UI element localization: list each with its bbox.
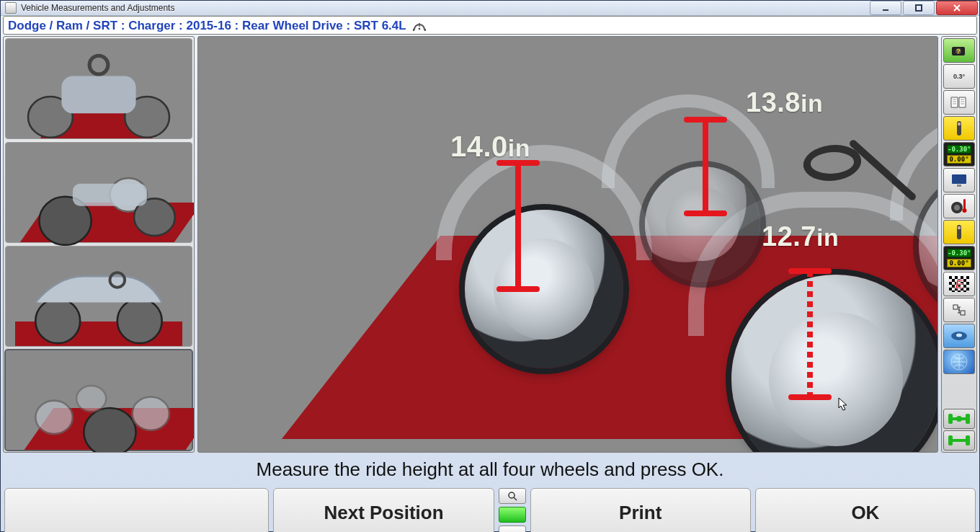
app-icon [5, 2, 17, 14]
svg-point-51 [509, 492, 514, 498]
svg-point-14 [35, 298, 80, 343]
vehicle-spec-bar: Dodge / Ram / SRT : Charger : 2015-16 : … [3, 16, 977, 35]
svg-point-19 [132, 396, 169, 430]
zoom-button[interactable] [499, 488, 526, 504]
window-title: Vehicle Measurements and Adjustments [21, 3, 865, 13]
svg-rect-4 [413, 29, 414, 31]
express-flag-icon: E [949, 276, 969, 292]
next-position-button[interactable]: Next Position [273, 488, 494, 532]
thumb-view-2[interactable] [5, 142, 192, 243]
close-button[interactable] [936, 1, 978, 15]
symmetry-button[interactable] [943, 298, 975, 322]
svg-point-2 [418, 28, 420, 30]
axle-status-rear [943, 430, 975, 451]
svg-point-33 [958, 226, 961, 230]
titlebar: Vehicle Measurements and Adjustments [1, 1, 979, 16]
svg-rect-26 [952, 174, 966, 184]
svg-point-40 [958, 309, 960, 311]
svg-rect-27 [957, 185, 961, 187]
book-icon [950, 95, 968, 110]
print-button[interactable]: Print [530, 488, 751, 532]
main-3d-viewport[interactable]: 14.0in 13.8in 13.2in 12.7in [197, 36, 938, 453]
wheel-rear-left [465, 210, 623, 368]
thumb-3-graphic [6, 247, 192, 358]
svg-point-31 [963, 208, 967, 213]
mouse-cursor-icon [838, 397, 848, 412]
extra-button[interactable] [499, 526, 526, 532]
thumb-2-graphic [6, 143, 192, 254]
window-controls [870, 1, 978, 15]
svg-point-20 [76, 386, 106, 412]
level-icon [949, 329, 969, 343]
ride-height-marker-fr [807, 271, 813, 397]
svg-point-18 [35, 401, 73, 434]
svg-text:?: ? [956, 48, 961, 55]
thumb-4-graphic [6, 350, 192, 453]
axle-rear-icon [945, 433, 973, 448]
tool-rail: ? 0.3° -0.30° 0.00° [941, 36, 977, 453]
svg-rect-1 [916, 5, 922, 11]
help-camera-icon: ? [950, 43, 968, 58]
thumb-1-graphic [6, 39, 192, 151]
svg-rect-0 [883, 9, 888, 11]
tire-temp-button[interactable] [943, 194, 975, 218]
svg-rect-44 [948, 414, 953, 424]
thumb-view-3[interactable] [5, 246, 192, 347]
svg-text:E: E [956, 278, 964, 291]
svg-rect-39 [961, 311, 965, 315]
measurement-rear-left[interactable]: 14.0in [450, 130, 530, 163]
readout-a-button[interactable]: -0.30° 0.00° [943, 142, 975, 167]
app-window: Vehicle Measurements and Adjustments Dod… [0, 0, 980, 532]
svg-point-15 [117, 298, 162, 343]
svg-rect-3 [419, 23, 420, 27]
svg-rect-30 [963, 199, 966, 209]
axle-status-front [943, 409, 975, 429]
blank-button-left[interactable] [4, 488, 269, 532]
minimize-button[interactable] [870, 1, 901, 15]
manual-button[interactable] [943, 90, 975, 115]
sensor-toggle-a[interactable] [943, 116, 975, 141]
svg-rect-49 [966, 435, 970, 445]
svg-rect-38 [953, 305, 958, 309]
level-button[interactable] [943, 324, 975, 348]
svg-point-29 [954, 205, 960, 210]
maximize-button[interactable] [903, 1, 935, 15]
svg-rect-5 [424, 29, 426, 31]
svg-rect-50 [953, 439, 966, 442]
monitor-icon [950, 172, 968, 188]
tire-thermometer-icon [950, 198, 968, 215]
thumb-view-4[interactable] [5, 350, 192, 451]
svg-rect-48 [948, 435, 953, 445]
thumb-view-1[interactable] [5, 38, 192, 139]
magnifier-icon [507, 491, 517, 501]
angle-readout[interactable]: 0.3° [943, 64, 975, 89]
svg-point-25 [958, 123, 961, 126]
frame-body: Dodge / Ram / SRT : Charger : 2015-16 : … [1, 16, 979, 532]
globe-button[interactable] [943, 350, 975, 374]
svg-rect-13 [73, 184, 147, 206]
tpms-icon [412, 18, 427, 32]
measurement-front-right[interactable]: 12.7in [762, 221, 839, 252]
globe-icon [950, 353, 968, 371]
status-indicator[interactable] [499, 507, 526, 523]
vehicle-spec-text: Dodge / Ram / SRT : Charger : 2015-16 : … [8, 19, 406, 32]
svg-rect-8 [61, 76, 135, 114]
sensor-toggle-b[interactable] [943, 220, 975, 244]
help-button[interactable]: ? [943, 38, 975, 63]
ride-height-marker-rl [515, 163, 521, 289]
monitor-button[interactable] [943, 168, 975, 192]
symmetry-icon [950, 302, 968, 318]
svg-rect-46 [953, 417, 966, 420]
ok-button[interactable]: OK [755, 488, 976, 532]
svg-point-9 [89, 56, 108, 74]
axle-front-icon [945, 411, 973, 427]
sensor-icon [951, 223, 967, 241]
bottom-button-row: Next Position Print OK [3, 488, 977, 532]
minimize-icon [881, 4, 890, 12]
express-button[interactable]: E [943, 272, 975, 296]
close-icon [952, 4, 962, 12]
readout-b-button[interactable]: -0.30° 0.00° [943, 246, 975, 270]
thumbnail-strip[interactable] [3, 36, 195, 453]
ride-height-marker-rr [703, 120, 708, 213]
measurement-rear-right[interactable]: 13.8in [746, 87, 823, 118]
